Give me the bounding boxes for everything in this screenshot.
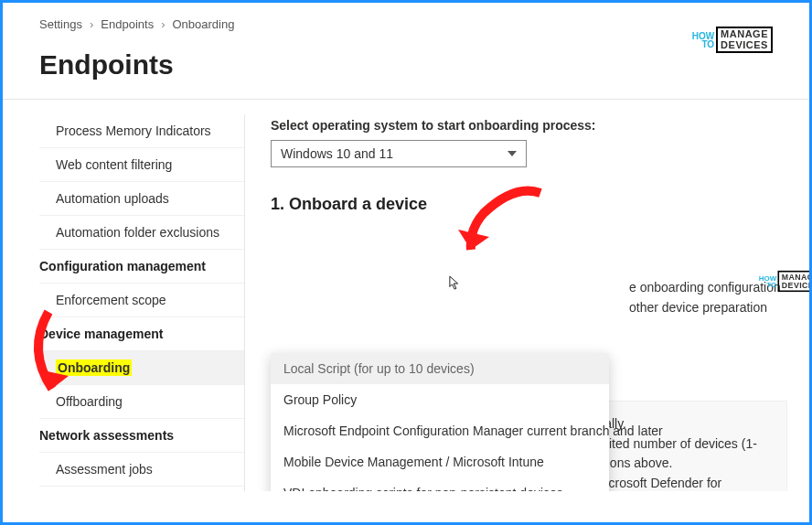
sidebar-item-enforcement-scope[interactable]: Enforcement scope: [39, 284, 244, 317]
logo-devices: DEVICES: [782, 282, 809, 290]
breadcrumb-onboarding[interactable]: Onboarding: [173, 17, 235, 31]
breadcrumb-settings[interactable]: Settings: [39, 17, 82, 31]
method-option-mdm-intune[interactable]: Mobile Device Management / Microsoft Int…: [271, 446, 609, 477]
onboard-section-heading: 1. Onboard a device: [271, 195, 787, 214]
method-option-vdi[interactable]: VDI onboarding scripts for non-persisten…: [271, 477, 609, 491]
logo-manage: MANAGE: [721, 29, 768, 40]
sidebar-heading-config-mgmt: Configuration management: [39, 250, 244, 284]
breadcrumb: Settings › Endpoints › Onboarding: [39, 17, 773, 31]
sidebar-item-offboarding[interactable]: Offboarding: [39, 385, 244, 419]
deployment-method-listbox[interactable]: Local Script (for up to 10 devices) Grou…: [271, 353, 609, 491]
brand-logo-watermark: HOW TO MANAGE DEVICES: [759, 271, 772, 292]
os-select[interactable]: Windows 10 and 11: [271, 140, 527, 167]
sidebar-item-automation-uploads[interactable]: Automation uploads: [39, 182, 244, 216]
breadcrumb-separator: ›: [161, 17, 165, 31]
os-select-label: Select operating system to start onboard…: [271, 118, 787, 133]
sidebar-heading-network: Network assessments: [39, 419, 244, 453]
deployment-method-dropdown[interactable]: Local Script (for up to 10 devices) Grou…: [271, 353, 609, 380]
breadcrumb-endpoints[interactable]: Endpoints: [101, 17, 154, 31]
chevron-down-icon: [508, 151, 517, 156]
brand-logo: HOW TO MANAGE DEVICES: [692, 27, 773, 53]
logo-to: TO: [759, 282, 777, 288]
method-option-local-script[interactable]: Local Script (for up to 10 devices): [271, 353, 609, 384]
sidebar-item-automation-folder[interactable]: Automation folder exclusions: [39, 216, 244, 250]
sidebar-heading-device-mgmt: Device management: [39, 317, 244, 351]
sidebar-item-onboarding[interactable]: Onboarding: [39, 351, 244, 385]
cursor-pointer-icon: [449, 275, 462, 292]
sidebar-item-web-content[interactable]: Web content filtering: [39, 148, 244, 182]
logo-devices: DEVICES: [721, 40, 768, 51]
method-option-mecm[interactable]: Microsoft Endpoint Configuration Manager…: [271, 415, 609, 446]
logo-to: TO: [692, 40, 714, 48]
method-option-group-policy[interactable]: Group Policy: [271, 384, 609, 415]
sidebar-item-process-memory[interactable]: Process Memory Indicators: [39, 114, 244, 148]
page-title: Endpoints: [39, 49, 773, 80]
os-select-value: Windows 10 and 11: [281, 146, 393, 161]
breadcrumb-separator: ›: [90, 17, 93, 31]
sidebar-nav[interactable]: Process Memory Indicators Web content fi…: [39, 114, 245, 491]
sidebar-item-assessment-jobs[interactable]: Assessment jobs: [39, 453, 244, 487]
